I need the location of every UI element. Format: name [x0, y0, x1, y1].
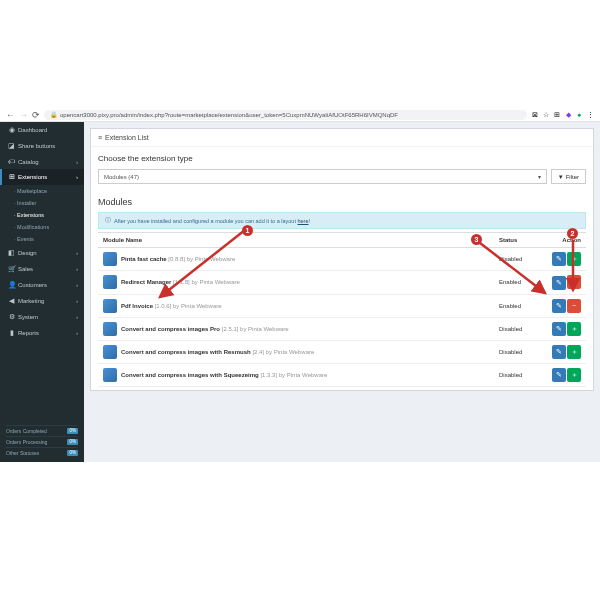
module-icon — [103, 299, 117, 313]
star-icon[interactable]: ☆ — [542, 111, 550, 119]
table-row: Pdf Invoice [1.0.6] by Pinta WebwareEnab… — [98, 294, 586, 318]
module-icon — [103, 275, 117, 289]
module-icon — [103, 322, 117, 336]
module-name: Convert and compress images Pro [2.5.1] … — [121, 326, 289, 332]
sidebar-icon: 👤 — [8, 281, 15, 289]
info-text-pre: After you have installed and configured … — [114, 218, 297, 224]
info-link[interactable]: here — [297, 218, 308, 224]
chevron-icon: › — [76, 282, 78, 288]
module-status: Enabled — [494, 271, 544, 295]
sidebar-label: Reports — [18, 330, 39, 336]
module-name: Pdf Invoice [1.0.6] by Pinta Webware — [121, 303, 222, 309]
sidebar-label: System — [18, 314, 38, 320]
ext3-icon[interactable]: ● — [575, 111, 583, 119]
module-icon — [103, 252, 117, 266]
chevron-icon: › — [76, 330, 78, 336]
menu-icon[interactable]: ⋮ — [586, 111, 594, 119]
sidebar-label: Catalog — [18, 159, 39, 165]
install-button[interactable]: ＋ — [567, 252, 581, 266]
info-text-post: ! — [308, 218, 310, 224]
chevron-icon: › — [76, 250, 78, 256]
edit-button[interactable]: ✎ — [552, 322, 566, 336]
lock-icon: 🔒 — [50, 111, 57, 118]
sidebar-label: Customers — [18, 282, 47, 288]
module-name: Redirect Manager [1.1.8] by Pinta Webwar… — [121, 279, 240, 285]
edit-button[interactable]: ✎ — [552, 345, 566, 359]
uninstall-button[interactable]: − — [567, 275, 581, 289]
extension-type-select[interactable]: Modules (47) ▾ — [98, 169, 547, 184]
install-button[interactable]: ＋ — [567, 345, 581, 359]
sidebar-icon: ⊞ — [8, 173, 15, 181]
edit-button[interactable]: ✎ — [552, 299, 566, 313]
ext2-icon[interactable]: ◆ — [564, 111, 572, 119]
module-name: Convert and compress images with Squeeze… — [121, 372, 327, 378]
modules-table: Module Name Status Action Pinta fast cac… — [98, 232, 586, 387]
sidebar-item-share-buttons[interactable]: ◪Share buttons — [0, 138, 84, 154]
chevron-icon: › — [76, 174, 78, 180]
url-text: opencart3000.pixy.pro/admin/index.php?ro… — [60, 112, 398, 118]
select-value: Modules (47) — [104, 174, 139, 180]
sidebar-item-extensions[interactable]: ⊞Extensions› — [0, 169, 84, 185]
th-status: Status — [494, 233, 544, 248]
back-button[interactable]: ← — [6, 110, 15, 120]
install-button[interactable]: ＋ — [567, 368, 581, 382]
browser-toolbar: ← → ⟳ 🔒 opencart3000.pixy.pro/admin/inde… — [0, 108, 600, 122]
sidebar-item-sales[interactable]: 🛒Sales› — [0, 261, 84, 277]
edit-button[interactable]: ✎ — [552, 252, 566, 266]
module-icon — [103, 345, 117, 359]
sidebar-item-design[interactable]: ◧Design› — [0, 245, 84, 261]
sidebar-item-dashboard[interactable]: ◉Dashboard — [0, 122, 84, 138]
sidebar-sub-events[interactable]: · Events — [0, 233, 84, 245]
panel-title: Extension List — [105, 134, 149, 141]
sidebar-sub-modifications[interactable]: · Modifications — [0, 221, 84, 233]
sidebar-item-catalog[interactable]: 🏷Catalog› — [0, 154, 84, 169]
module-status: Disabled — [494, 341, 544, 364]
sidebar-sub-marketplace[interactable]: · Marketplace — [0, 185, 84, 197]
edit-button[interactable]: ✎ — [552, 276, 566, 290]
table-row: Convert and compress images with Squeeze… — [98, 364, 586, 387]
sidebar-label: Design — [18, 250, 37, 256]
filter-button[interactable]: ▼ Filter — [551, 169, 586, 184]
forward-button[interactable]: → — [19, 110, 28, 120]
chevron-icon: › — [76, 314, 78, 320]
module-icon — [103, 368, 117, 382]
list-icon: ≡ — [98, 134, 102, 141]
sidebar-sub-extensions[interactable]: · Extensions — [0, 209, 84, 221]
sidebar-stat: Other Statuses0% — [6, 447, 78, 458]
uninstall-button[interactable]: − — [567, 299, 581, 313]
install-button[interactable]: ＋ — [567, 322, 581, 336]
address-bar[interactable]: 🔒 opencart3000.pixy.pro/admin/index.php?… — [44, 110, 527, 120]
sidebar-item-marketing[interactable]: ◀Marketing› — [0, 293, 84, 309]
sidebar-icon: ◉ — [8, 126, 15, 134]
sidebar-item-reports[interactable]: ▮Reports› — [0, 325, 84, 341]
translate-icon[interactable]: ⊠ — [531, 111, 539, 119]
reload-button[interactable]: ⟳ — [32, 110, 40, 120]
table-row: Convert and compress images with Resmush… — [98, 341, 586, 364]
sidebar-item-system[interactable]: ⚙System› — [0, 309, 84, 325]
sidebar-item-customers[interactable]: 👤Customers› — [0, 277, 84, 293]
module-name: Pinta fast cache [0.8.8] by Pinta Webwar… — [121, 256, 235, 262]
info-alert: ⓘ After you have installed and configure… — [98, 212, 586, 229]
sidebar: ◉Dashboard◪Share buttons🏷Catalog›⊞Extens… — [0, 122, 84, 462]
main-content: ≡ Extension List Choose the extension ty… — [84, 122, 600, 462]
sidebar-icon: ⚙ — [8, 313, 15, 321]
choose-label: Choose the extension type — [98, 154, 586, 163]
sidebar-label: Sales — [18, 266, 33, 272]
filter-icon: ▼ — [558, 174, 564, 180]
module-name: Convert and compress images with Resmush… — [121, 349, 314, 355]
module-status: Disabled — [494, 248, 544, 271]
ext1-icon[interactable]: ⊞ — [553, 111, 561, 119]
sidebar-icon: ◪ — [8, 142, 15, 150]
info-icon: ⓘ — [105, 217, 111, 224]
panel-header: ≡ Extension List — [91, 129, 593, 147]
extension-panel: ≡ Extension List Choose the extension ty… — [90, 128, 594, 391]
chevron-icon: › — [76, 159, 78, 165]
edit-button[interactable]: ✎ — [552, 368, 566, 382]
sidebar-icon: ◀ — [8, 297, 15, 305]
modules-heading: Modules — [91, 191, 593, 209]
sidebar-stat: Orders Processing0% — [6, 436, 78, 447]
extension-icons: ⊠ ☆ ⊞ ◆ ● ⋮ — [531, 111, 594, 119]
sidebar-sub-installer[interactable]: · Installer — [0, 197, 84, 209]
sidebar-icon: 🏷 — [8, 158, 15, 165]
table-row: Pinta fast cache [0.8.8] by Pinta Webwar… — [98, 248, 586, 271]
